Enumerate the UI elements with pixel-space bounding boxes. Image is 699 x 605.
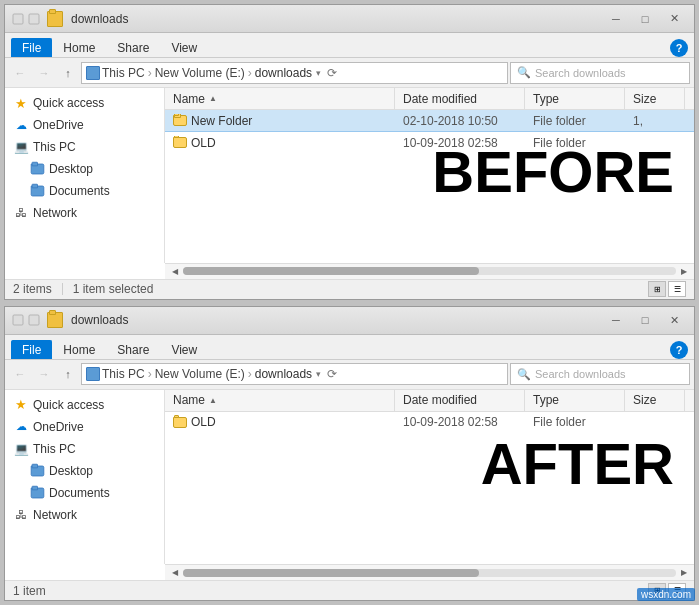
file-list-after: Name ▲ Date modified Type Size	[165, 390, 694, 565]
sidebar-item-desktop-after[interactable]: Desktop	[5, 460, 164, 482]
back-button-before[interactable]: ←	[9, 62, 31, 84]
refresh-icon[interactable]: ⟳	[327, 66, 337, 80]
help-icon-after[interactable]: ?	[670, 341, 688, 359]
tab-share-before[interactable]: Share	[106, 38, 160, 57]
sidebar-item-network-after[interactable]: 🖧 Network	[5, 504, 164, 526]
title-bar-icons-after	[11, 312, 67, 328]
sidebar-label-thispc-after: This PC	[33, 442, 76, 456]
sidebar-item-quickaccess-after[interactable]: ★ Quick access	[5, 394, 164, 416]
sidebar-item-network-before[interactable]: 🖧 Network	[5, 202, 164, 224]
tab-share-after[interactable]: Share	[106, 340, 160, 359]
forward-button-after[interactable]: →	[33, 363, 55, 385]
svg-rect-3	[29, 315, 39, 325]
search-box-after[interactable]: 🔍 Search downloads	[510, 363, 690, 385]
scroll-left-after[interactable]: ◀	[167, 565, 183, 581]
search-box-before[interactable]: 🔍 Search downloads	[510, 62, 690, 84]
sidebar-item-thispc-before[interactable]: 💻 This PC	[5, 136, 164, 158]
sidebar-item-onedrive-before[interactable]: ☁ OneDrive	[5, 114, 164, 136]
sidebar-item-quickaccess-before[interactable]: ★ Quick access	[5, 92, 164, 114]
scrollbar-before[interactable]: ◀ ▶	[165, 263, 694, 279]
computer-icon-before: 💻	[13, 139, 29, 155]
tab-home-before[interactable]: Home	[52, 38, 106, 57]
view-list-btn-after[interactable]: ☰	[668, 583, 686, 599]
pin-icon	[27, 12, 41, 26]
view-details-btn-after[interactable]: ⊞	[648, 583, 666, 599]
address-bar-after[interactable]: This PC › New Volume (E:) › downloads ▾ …	[81, 363, 508, 385]
sidebar-label-thispc-before: This PC	[33, 140, 76, 154]
scroll-left-before[interactable]: ◀	[167, 263, 183, 279]
col-header-date-before[interactable]: Date modified	[395, 88, 525, 109]
address-dropdown-icon[interactable]: ▾	[316, 68, 321, 78]
file-type-0-after: File folder	[525, 415, 625, 429]
view-list-btn-before[interactable]: ☰	[668, 281, 686, 297]
col-header-size-before[interactable]: Size	[625, 88, 685, 109]
tab-view-after[interactable]: View	[160, 340, 208, 359]
col-header-date-after[interactable]: Date modified	[395, 390, 525, 411]
address-folder-icon-after	[86, 367, 100, 381]
minimize-button-after[interactable]: ─	[602, 309, 630, 331]
sidebar-item-thispc-after[interactable]: 💻 This PC	[5, 438, 164, 460]
back-icon	[11, 12, 25, 26]
nav-bar-after: ← → ↑ This PC › New Volume (E:) › downlo…	[5, 360, 694, 390]
maximize-button-before[interactable]: □	[631, 8, 659, 30]
scroll-thumb-before	[183, 267, 479, 275]
back-icon-after	[11, 313, 25, 327]
file-type-0-before: File folder	[525, 114, 625, 128]
file-row-0-after[interactable]: OLD 10-09-2018 02:58 File folder	[165, 412, 694, 434]
col-header-type-before[interactable]: Type	[525, 88, 625, 109]
breadcrumb-volume: New Volume (E:)	[155, 66, 245, 80]
scroll-track-after[interactable]	[183, 569, 676, 577]
sidebar-item-documents-after[interactable]: Documents	[5, 482, 164, 504]
breadcrumb-thispc-after: This PC	[102, 367, 145, 381]
close-button-after[interactable]: ✕	[660, 309, 688, 331]
refresh-icon-after[interactable]: ⟳	[327, 367, 337, 381]
cloud-icon-after: ☁	[13, 419, 29, 435]
forward-button-before[interactable]: →	[33, 62, 55, 84]
close-button-before[interactable]: ✕	[660, 8, 688, 30]
tab-file-before[interactable]: File	[11, 38, 52, 57]
address-dropdown-icon-after[interactable]: ▾	[316, 369, 321, 379]
status-bar-after: 1 item ⊞ ☰	[5, 580, 694, 600]
maximize-button-after[interactable]: □	[631, 309, 659, 331]
window-title-after: downloads	[71, 313, 598, 327]
ribbon-before: File Home Share View ?	[5, 33, 694, 58]
file-row-0-before[interactable]: New Folder 02-10-2018 10:50 File folder …	[165, 110, 694, 132]
star-icon-before: ★	[13, 95, 29, 111]
col-header-name-before[interactable]: Name ▲	[165, 88, 395, 109]
ribbon-tabs-after: File Home Share View ?	[5, 335, 694, 359]
window-before: downloads ─ □ ✕ File Home Share View ? ←…	[4, 4, 695, 300]
file-list-header-before: Name ▲ Date modified Type Size	[165, 88, 694, 110]
sidebar-item-onedrive-after[interactable]: ☁ OneDrive	[5, 416, 164, 438]
network-icon-before: 🖧	[13, 205, 29, 221]
tab-view-before[interactable]: View	[160, 38, 208, 57]
file-date-1-before: 10-09-2018 02:58	[395, 136, 525, 150]
view-toggle-before: ⊞ ☰	[648, 281, 686, 297]
col-header-size-after[interactable]: Size	[625, 390, 685, 411]
minimize-button-before[interactable]: ─	[602, 8, 630, 30]
file-list-header-after: Name ▲ Date modified Type Size	[165, 390, 694, 412]
file-list-before: Name ▲ Date modified Type Size	[165, 88, 694, 263]
file-row-1-before[interactable]: OLD 10-09-2018 02:58 File folder	[165, 132, 694, 154]
sidebar-label-onedrive-after: OneDrive	[33, 420, 84, 434]
address-bar-before[interactable]: This PC › New Volume (E:) › downloads ▾ …	[81, 62, 508, 84]
sidebar-item-documents-before[interactable]: Documents	[5, 180, 164, 202]
pin-icon-after	[27, 313, 41, 327]
sidebar-label-desktop-before: Desktop	[49, 162, 93, 176]
sidebar-label-documents-before: Documents	[49, 184, 110, 198]
up-button-before[interactable]: ↑	[57, 62, 79, 84]
help-icon-before[interactable]: ?	[670, 39, 688, 57]
title-bar-after: downloads ─ □ ✕	[5, 307, 694, 335]
tab-file-after[interactable]: File	[11, 340, 52, 359]
scroll-right-before[interactable]: ▶	[676, 263, 692, 279]
scroll-right-after[interactable]: ▶	[676, 565, 692, 581]
tab-home-after[interactable]: Home	[52, 340, 106, 359]
sidebar-label-network-after: Network	[33, 508, 77, 522]
back-button-after[interactable]: ←	[9, 363, 31, 385]
scrollbar-after[interactable]: ◀ ▶	[165, 564, 694, 580]
col-header-type-after[interactable]: Type	[525, 390, 625, 411]
view-details-btn-before[interactable]: ⊞	[648, 281, 666, 297]
up-button-after[interactable]: ↑	[57, 363, 79, 385]
col-header-name-after[interactable]: Name ▲	[165, 390, 395, 411]
sidebar-item-desktop-before[interactable]: Desktop	[5, 158, 164, 180]
scroll-track-before[interactable]	[183, 267, 676, 275]
